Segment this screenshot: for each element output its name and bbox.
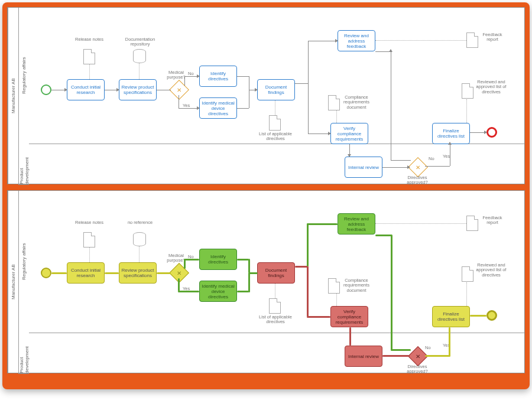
assoc (275, 100, 275, 115)
flow-green (307, 223, 338, 225)
flow-green (237, 259, 249, 261)
task2-document: Document findings (257, 262, 295, 284)
task-internal-review: Internal review (345, 157, 382, 178)
flow (295, 83, 308, 84)
gateway-medical (169, 80, 189, 100)
flow-yellow (425, 355, 450, 357)
task-conduct-research: Conduct initial research (67, 79, 105, 100)
flow-yellow (449, 327, 450, 357)
assoc (336, 294, 337, 306)
arrow-icon (348, 154, 351, 157)
edge-no: No (188, 71, 194, 76)
start-event-2 (41, 268, 51, 278)
flow-green (178, 278, 180, 291)
start-event (41, 84, 51, 95)
flow (382, 167, 410, 168)
flow (157, 90, 171, 90)
flow (249, 76, 249, 90)
arrow-icon (197, 106, 200, 110)
flow-red (295, 266, 308, 268)
pool-label-2: Manufacturer AB (8, 191, 18, 373)
diagram-container: Manufacturer AB Regulatory affairs Produ… (2, 2, 530, 389)
label2-noref: no reference (125, 220, 155, 225)
arrow-icon (335, 39, 338, 43)
arrow-icon (116, 88, 119, 92)
task-review-specs: Review product specifications (119, 79, 157, 100)
assoc (139, 63, 140, 79)
task2-verify: Verify compliance requirements (330, 306, 368, 327)
assoc (275, 284, 275, 298)
arrow-icon (448, 142, 452, 145)
assoc (336, 110, 337, 123)
flow-green (248, 273, 250, 292)
arrow-icon (255, 88, 258, 92)
assoc (466, 282, 467, 306)
flow-yellow (470, 315, 486, 317)
task-verify: Verify compliance requirements (330, 123, 368, 144)
task2-review-feedback: Review and address feedback (338, 213, 375, 235)
task-review-feedback: Review and address feedback (338, 30, 375, 51)
flow-green (178, 291, 199, 292)
data-doc-repo (133, 49, 146, 63)
assoc (375, 40, 466, 41)
label-list-dir: List of applicable directives (258, 132, 293, 142)
data2-compliance (328, 278, 340, 294)
lane-product: Product development (18, 144, 29, 185)
flow (391, 51, 391, 160)
data-release-notes (83, 49, 95, 64)
arrow-icon (389, 49, 392, 52)
bpmn-plain-panel: Manufacturer AB Regulatory affairs Produ… (7, 7, 525, 184)
flow (450, 144, 450, 166)
task2-identify-med: Identify medical device directives (199, 281, 237, 302)
flow-green (391, 235, 392, 350)
flow (249, 90, 249, 108)
flow-green (248, 272, 258, 274)
assoc (466, 99, 467, 123)
flow-red (349, 327, 351, 346)
gateway-approved-label: Directives approved? (403, 175, 432, 185)
flow-green (184, 259, 186, 269)
task-identify-med: Identify medical device directives (199, 97, 237, 119)
data-compliance (328, 95, 340, 110)
gateway-medical-label: Medical purpose? (161, 70, 191, 80)
label-doc-repo: Documentation repository (120, 37, 160, 47)
flow (425, 166, 450, 167)
flow-yellow (51, 272, 67, 274)
flow (391, 160, 411, 161)
pool-label: Manufacturer AB (8, 8, 18, 184)
assoc (89, 64, 90, 79)
task2-review-specs: Review product specifications (119, 262, 157, 284)
flow-green (184, 259, 199, 261)
label-feedback: Feedback report (478, 32, 507, 43)
data-feedback (466, 32, 478, 48)
task2-finalize: Finalize directives list (432, 306, 470, 327)
flow-green (391, 349, 411, 351)
flow-red (307, 316, 330, 318)
assoc (89, 248, 90, 262)
flow-green (375, 235, 392, 236)
gateway-approved (408, 157, 428, 177)
data2-release (83, 232, 95, 248)
flow-yellow (105, 272, 119, 274)
label-reviewed: Reviewed and approved list of directives (475, 80, 508, 95)
edge-yes2: Yes (443, 154, 450, 159)
label2-reviewed: Reviewed and approved list of directives (475, 263, 508, 278)
flow (308, 41, 309, 83)
flow (179, 95, 179, 108)
flow-green (307, 223, 309, 266)
edge-no2: No (429, 157, 434, 161)
flow-red (382, 355, 410, 357)
gateway2-approved-label: Directives approved? (403, 364, 432, 375)
task2-identify-dir: Identify directives (199, 249, 237, 270)
data2-feedback (466, 216, 478, 231)
assoc (375, 223, 466, 224)
task2-internal-review: Internal review (345, 346, 382, 367)
lane-product-2: Product development (18, 333, 29, 374)
end-event-2 (486, 310, 497, 321)
lane-regulatory-2: Regulatory affairs (18, 191, 29, 333)
edge-yes: Yes (183, 103, 190, 108)
label-release-notes: Release notes (74, 37, 105, 42)
arrow-icon (484, 131, 487, 134)
label2-list: List of applicable directives (258, 315, 293, 325)
arrow-icon (64, 88, 67, 92)
